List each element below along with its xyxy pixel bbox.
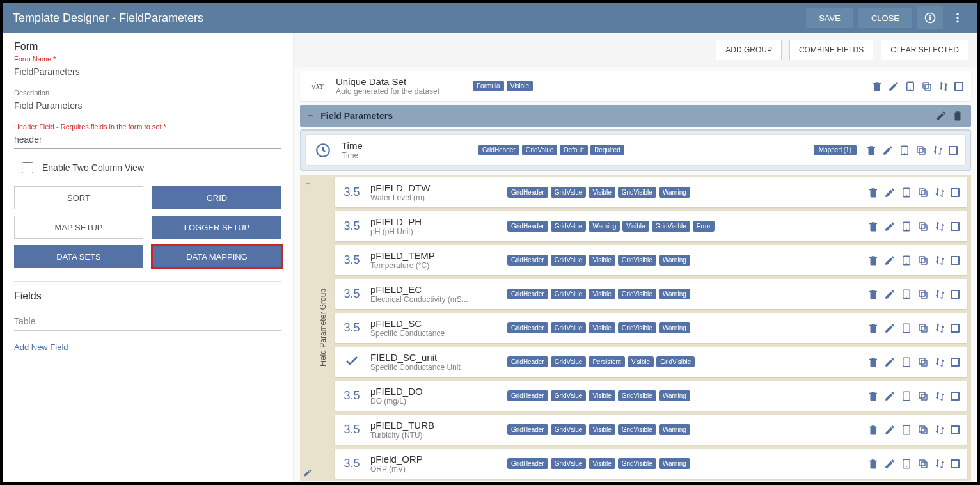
time-row[interactable]: Time Time GridHeaderGridValueDefaultRequ… xyxy=(305,134,966,166)
tablet-icon[interactable] xyxy=(901,390,912,402)
field-row[interactable]: 3.5 pFIELD_TURB Turbidity (NTU) GridHead… xyxy=(335,415,967,445)
edit-icon[interactable] xyxy=(303,468,312,477)
more-button[interactable] xyxy=(948,6,967,29)
edit-icon[interactable] xyxy=(884,424,896,436)
delete-icon[interactable] xyxy=(867,255,879,266)
data-sets-button[interactable]: DATA SETS xyxy=(14,245,143,268)
delete-icon[interactable] xyxy=(867,458,879,470)
tablet-icon[interactable] xyxy=(899,145,910,156)
delete-icon[interactable] xyxy=(867,289,879,300)
unique-data-set-row[interactable]: √XY Unique Data Set Auto generated for t… xyxy=(300,71,971,101)
delete-icon[interactable] xyxy=(867,356,879,368)
field-row[interactable]: 3.5 pFIELD_DTW Water Level (m) GridHeade… xyxy=(335,177,967,207)
sort-icon[interactable] xyxy=(934,458,945,470)
sort-icon[interactable] xyxy=(934,187,945,198)
edit-icon[interactable] xyxy=(884,221,896,232)
sort-icon[interactable] xyxy=(934,424,945,436)
tablet-icon[interactable] xyxy=(901,289,912,300)
copy-icon[interactable] xyxy=(917,255,929,266)
copy-icon[interactable] xyxy=(917,221,929,232)
info-button[interactable] xyxy=(917,6,943,29)
sort-button[interactable]: SORT xyxy=(14,186,143,209)
select-checkbox[interactable] xyxy=(951,358,960,367)
add-group-button[interactable]: ADD GROUP xyxy=(716,40,782,60)
tablet-icon[interactable] xyxy=(901,424,912,436)
field-row[interactable]: 3.5 pFIELD_PH pH (pH Unit) GridHeaderGri… xyxy=(335,211,967,241)
form-name-input[interactable] xyxy=(14,64,281,81)
sort-icon[interactable] xyxy=(934,221,945,232)
copy-icon[interactable] xyxy=(917,322,929,334)
delete-icon[interactable] xyxy=(867,322,879,334)
description-input[interactable] xyxy=(14,98,281,115)
save-button[interactable]: SAVE xyxy=(806,8,853,28)
select-checkbox[interactable] xyxy=(951,222,960,231)
sort-icon[interactable] xyxy=(938,81,949,92)
edit-icon[interactable] xyxy=(884,458,896,470)
sort-icon[interactable] xyxy=(934,255,945,266)
field-row[interactable]: FIELD_SC_unit Specific Conductance Unit … xyxy=(335,347,967,377)
select-checkbox[interactable] xyxy=(954,82,963,91)
delete-icon[interactable] xyxy=(867,424,879,436)
logger-setup-button[interactable]: LOGGER SETUP xyxy=(152,216,281,239)
select-checkbox[interactable] xyxy=(951,459,960,468)
map-setup-button[interactable]: MAP SETUP xyxy=(14,216,143,239)
group-header[interactable]: − Field Parameters xyxy=(300,105,971,127)
grid-button[interactable]: GRID xyxy=(152,186,281,209)
delete-icon[interactable] xyxy=(871,81,883,92)
select-checkbox[interactable] xyxy=(951,425,960,434)
group-handle[interactable]: − xyxy=(300,175,315,481)
clear-selected-button[interactable]: CLEAR SELECTED xyxy=(881,40,968,60)
copy-icon[interactable] xyxy=(917,187,929,198)
collapse-icon[interactable]: − xyxy=(305,179,310,189)
edit-icon[interactable] xyxy=(884,187,896,198)
tablet-icon[interactable] xyxy=(901,458,912,470)
tablet-icon[interactable] xyxy=(901,221,912,232)
delete-icon[interactable] xyxy=(867,390,879,402)
two-column-checkbox[interactable] xyxy=(22,162,33,173)
delete-icon[interactable] xyxy=(867,221,879,232)
copy-icon[interactable] xyxy=(921,81,933,92)
copy-icon[interactable] xyxy=(915,145,927,156)
add-new-field-link[interactable]: Add New Field xyxy=(14,342,281,352)
header-field-input[interactable] xyxy=(14,132,281,149)
delete-icon[interactable] xyxy=(952,110,963,122)
collapse-icon[interactable]: − xyxy=(308,111,313,121)
edit-icon[interactable] xyxy=(888,81,899,92)
select-checkbox[interactable] xyxy=(951,392,960,401)
sort-icon[interactable] xyxy=(934,289,945,300)
data-mapping-button[interactable]: DATA MAPPING xyxy=(152,245,281,268)
select-checkbox[interactable] xyxy=(951,256,960,265)
edit-icon[interactable] xyxy=(884,255,896,266)
copy-icon[interactable] xyxy=(917,289,929,300)
edit-icon[interactable] xyxy=(884,289,896,300)
copy-icon[interactable] xyxy=(917,390,929,402)
select-checkbox[interactable] xyxy=(949,146,958,155)
edit-icon[interactable] xyxy=(935,110,947,122)
combine-fields-button[interactable]: COMBINE FIELDS xyxy=(789,40,873,60)
copy-icon[interactable] xyxy=(917,458,929,470)
delete-icon[interactable] xyxy=(867,187,879,198)
select-checkbox[interactable] xyxy=(951,188,960,197)
tablet-icon[interactable] xyxy=(901,187,912,198)
select-checkbox[interactable] xyxy=(951,290,960,299)
tablet-icon[interactable] xyxy=(901,322,912,334)
select-checkbox[interactable] xyxy=(951,324,960,333)
copy-icon[interactable] xyxy=(917,356,929,368)
field-row[interactable]: 3.5 pFIELD_TEMP Temperature (°C) GridHea… xyxy=(335,245,967,275)
field-row[interactable]: 3.5 pFIELD_EC Electrical Conductivity (m… xyxy=(335,279,967,309)
delete-icon[interactable] xyxy=(865,145,877,156)
close-button[interactable]: CLOSE xyxy=(858,8,912,28)
sort-icon[interactable] xyxy=(934,356,945,368)
tablet-icon[interactable] xyxy=(901,255,912,266)
edit-icon[interactable] xyxy=(884,322,896,334)
fields-table-input[interactable] xyxy=(14,312,281,331)
copy-icon[interactable] xyxy=(917,424,929,436)
field-row[interactable]: 3.5 pFIELD_SC Specific Conductance GridH… xyxy=(335,313,967,343)
edit-icon[interactable] xyxy=(884,356,896,368)
field-row[interactable]: 3.5 pFIELD_DO DO (mg/L) GridHeaderGridVa… xyxy=(335,381,967,411)
sort-icon[interactable] xyxy=(934,390,945,402)
sort-icon[interactable] xyxy=(934,322,945,334)
field-row[interactable]: 3.5 pField_ORP ORP (mV) GridHeaderGridVa… xyxy=(335,449,967,479)
tablet-icon[interactable] xyxy=(905,81,916,92)
edit-icon[interactable] xyxy=(882,145,894,156)
